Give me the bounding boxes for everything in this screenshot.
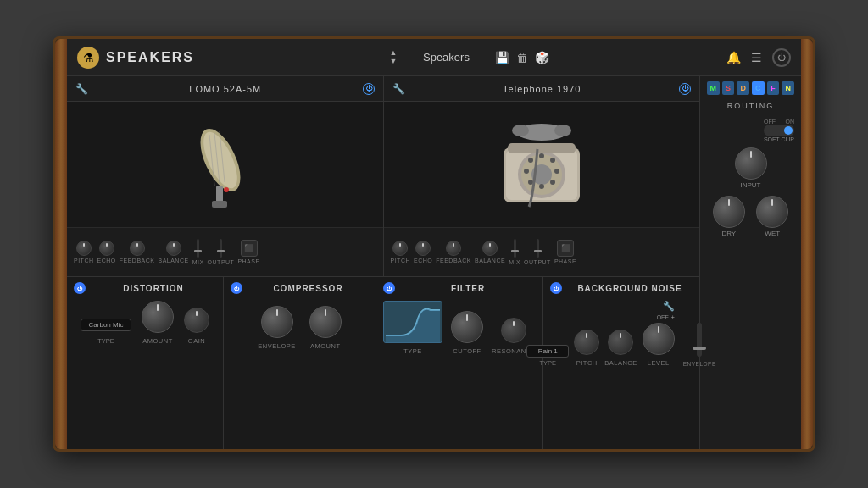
wrench-icon-2[interactable]: 🔧 bbox=[392, 83, 405, 95]
bg-noise-level-knob[interactable] bbox=[643, 323, 675, 355]
svg-point-14 bbox=[550, 158, 555, 163]
output-slider-2[interactable] bbox=[537, 239, 539, 258]
routing-tab-m[interactable]: M bbox=[707, 81, 720, 95]
distortion-gain-knob[interactable] bbox=[184, 308, 209, 333]
compressor-amount-knob[interactable] bbox=[309, 306, 342, 338]
output-slider-group-1: OUTPUT bbox=[208, 239, 235, 265]
svg-point-13 bbox=[539, 153, 544, 158]
header-center: ▲ ▼ Speakers 💾 🗑 🎲 bbox=[213, 49, 726, 65]
routing-wet-knob[interactable] bbox=[756, 196, 788, 228]
mic-row: 🔧 LOMO 52A-5M ⏻ bbox=[67, 76, 699, 277]
filter-type-display[interactable] bbox=[383, 301, 442, 343]
mic-panel-2-power[interactable]: ⏻ bbox=[679, 83, 691, 95]
balance-knob-1[interactable] bbox=[166, 241, 181, 256]
bg-noise-level-label: LEVEL bbox=[648, 359, 670, 367]
mic-panel-1-power[interactable]: ⏻ bbox=[363, 83, 375, 95]
mix-label-2: MIX bbox=[509, 259, 520, 265]
bg-noise-title: BACKGROUND NOISE bbox=[567, 284, 693, 293]
mix-slider-1[interactable] bbox=[197, 239, 199, 258]
routing-tab-d[interactable]: D bbox=[737, 81, 749, 95]
preset-arrows[interactable]: ▲ ▼ bbox=[390, 49, 398, 65]
mic-controls-2: PITCH ECHO FEEDBACK bbox=[384, 227, 700, 276]
feedback-knob-2[interactable] bbox=[446, 241, 461, 256]
routing-dry-wet-row: DRY WET bbox=[707, 196, 794, 237]
phase-button-1[interactable]: ⬛ bbox=[241, 240, 258, 257]
echo-knob-1[interactable] bbox=[99, 241, 114, 256]
microphone-image bbox=[182, 109, 267, 219]
mix-slider-group-1: MIX bbox=[192, 239, 204, 265]
routing-tab-n[interactable]: N bbox=[782, 81, 794, 95]
routing-tab-s[interactable]: S bbox=[722, 81, 735, 95]
balance-label-2: BALANCE bbox=[475, 258, 505, 263]
compressor-envelope-knob[interactable] bbox=[261, 306, 293, 338]
phase-label-1: PHASE bbox=[237, 258, 259, 264]
feedback-knob-1[interactable] bbox=[130, 241, 145, 256]
echo-label-2: ECHO bbox=[414, 258, 432, 263]
feedback-label-1: FEEDBACK bbox=[120, 258, 155, 263]
bg-noise-envelope-slider[interactable] bbox=[697, 323, 702, 357]
filter-type-label: TYPE bbox=[403, 347, 422, 355]
echo-knob-2[interactable] bbox=[415, 241, 431, 256]
routing-tab-c[interactable]: C bbox=[752, 81, 765, 95]
output-slider-group-2: OUTPUT bbox=[524, 239, 551, 265]
header: ⚗ SPEAKERS ▲ ▼ Speakers 💾 🗑 🎲 🔔 ☰ ⏻ bbox=[67, 39, 801, 76]
filter-curve-svg bbox=[384, 302, 442, 342]
distortion-type-value[interactable]: Carbon Mic bbox=[81, 319, 131, 331]
bg-noise-settings-icon[interactable]: 🔧 bbox=[663, 301, 675, 312]
mic-panels: 🔧 LOMO 52A-5M ⏻ bbox=[67, 76, 699, 449]
balance-knob-group-1: BALANCE bbox=[158, 241, 188, 263]
toggle-off-label: OFF bbox=[764, 119, 776, 125]
bg-noise-envelope-label: ENVELOPE bbox=[683, 361, 716, 367]
save-icon[interactable]: 💾 bbox=[495, 51, 509, 64]
output-slider-1[interactable] bbox=[220, 239, 222, 258]
distortion-power[interactable]: ⏻ bbox=[74, 282, 86, 294]
filter-resonance-knob[interactable] bbox=[501, 318, 526, 343]
preset-down-arrow[interactable]: ▼ bbox=[390, 58, 398, 65]
menu-icon[interactable]: ☰ bbox=[751, 51, 762, 64]
bg-noise-power[interactable]: ⏻ bbox=[550, 282, 562, 294]
routing-tab-f[interactable]: F bbox=[767, 81, 780, 95]
on-off-toggle[interactable] bbox=[764, 125, 794, 136]
distortion-type-label: TYPE bbox=[97, 337, 114, 345]
phase-btn-group-1: ⬛ PHASE bbox=[237, 240, 259, 264]
routing-input-label: INPUT bbox=[741, 181, 761, 189]
svg-point-19 bbox=[524, 169, 529, 174]
mix-slider-2[interactable] bbox=[514, 239, 516, 258]
balance-knob-2[interactable] bbox=[482, 241, 498, 256]
preset-name[interactable]: Speakers bbox=[403, 51, 488, 64]
pitch-label-1: PITCH bbox=[74, 258, 94, 263]
compressor-title: COMPRESSOR bbox=[248, 284, 369, 293]
random-icon[interactable]: 🎲 bbox=[535, 51, 549, 64]
bg-noise-type-label: TYPE bbox=[539, 359, 556, 367]
toggle-thumb bbox=[784, 126, 793, 135]
main-area: 🔧 LOMO 52A-5M ⏻ bbox=[67, 76, 801, 449]
pitch-knob-1[interactable] bbox=[76, 241, 92, 256]
routing-dry-knob[interactable] bbox=[713, 196, 745, 228]
filter-cutoff-knob[interactable] bbox=[451, 311, 483, 343]
svg-point-23 bbox=[512, 125, 529, 136]
bg-noise-pitch-knob[interactable] bbox=[574, 330, 599, 355]
routing-input-knob[interactable] bbox=[735, 147, 767, 180]
pitch-knob-2[interactable] bbox=[392, 241, 408, 256]
bg-noise-rain-type[interactable]: Rain 1 bbox=[526, 345, 569, 358]
mic-image-area-1 bbox=[67, 102, 383, 227]
bg-noise-balance-label: BALANCE bbox=[604, 359, 637, 367]
toggle-on-label: ON bbox=[786, 119, 795, 125]
filter-title: FILTER bbox=[400, 284, 536, 293]
delete-icon[interactable]: 🗑 bbox=[516, 51, 528, 64]
mix-label-1: MIX bbox=[192, 259, 204, 265]
routing-tabs: M S D C F N bbox=[707, 81, 794, 95]
compressor-power[interactable]: ⏻ bbox=[231, 282, 242, 294]
mic-controls-1: PITCH ECHO FEEDBACK bbox=[67, 227, 383, 276]
bottom-section: ⏻ DISTORTION Carbon Mic TYPE AMOUNT bbox=[67, 277, 699, 449]
phase-button-2[interactable]: ⬛ bbox=[557, 240, 574, 257]
bg-noise-balance-knob[interactable] bbox=[608, 330, 633, 355]
preset-up-arrow[interactable]: ▲ bbox=[390, 49, 398, 57]
filter-power[interactable]: ⏻ bbox=[383, 282, 395, 294]
wrench-icon-1[interactable]: 🔧 bbox=[75, 83, 88, 95]
bell-icon[interactable]: 🔔 bbox=[726, 51, 741, 64]
power-button[interactable]: ⏻ bbox=[772, 48, 791, 67]
bg-noise-pitch-label: PITCH bbox=[576, 359, 598, 367]
distortion-amount-knob[interactable] bbox=[142, 301, 174, 333]
phase-btn-group-2: ⬛ PHASE bbox=[554, 240, 576, 264]
